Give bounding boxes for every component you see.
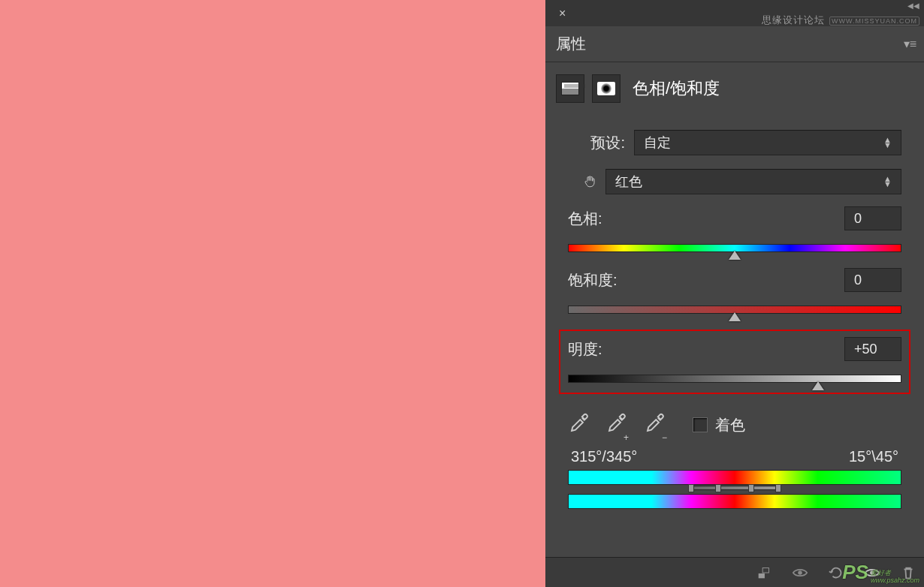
range-right-text: 15°\45° bbox=[849, 448, 898, 465]
adjustment-name: 色相/饱和度 bbox=[633, 77, 720, 100]
color-range-thumbs[interactable] bbox=[568, 485, 901, 492]
select-arrows-icon: ▲▼ bbox=[883, 137, 892, 148]
hue-label: 色相: bbox=[568, 209, 602, 229]
color-range-text: 315°/345° 15°\45° bbox=[568, 445, 901, 470]
lightness-slider[interactable] bbox=[568, 372, 901, 385]
controls-area: 预设: 自定 ▲▼ 红色 ▲▼ 色相: 0 bbox=[545, 110, 924, 509]
adjustment-title-row: 色相/饱和度 bbox=[545, 62, 924, 110]
preset-value: 自定 bbox=[644, 134, 671, 152]
panel-title: 属性 bbox=[556, 34, 586, 54]
svg-rect-1 bbox=[762, 567, 768, 572]
properties-panel: × ◀◀ 思缘设计论坛 WWW.MISSYUAN.COM 属性 ▾≡ 色相/饱和… bbox=[545, 0, 924, 587]
preset-row: 预设: 自定 ▲▼ bbox=[568, 128, 901, 157]
hue-slider-block: 色相: 0 bbox=[568, 206, 901, 254]
channel-row: 红色 ▲▼ bbox=[568, 167, 901, 196]
colorize-checkbox-wrap[interactable]: 着色 bbox=[693, 415, 745, 435]
collapse-icon[interactable]: ◀◀ bbox=[907, 2, 919, 10]
lightness-value-input[interactable]: +50 bbox=[844, 337, 901, 361]
range-thumb-2[interactable] bbox=[715, 484, 721, 492]
eyedropper-icon[interactable] bbox=[568, 412, 590, 438]
channel-value: 红色 bbox=[615, 173, 642, 191]
scrubby-hand-icon[interactable] bbox=[568, 170, 596, 194]
hue-value-input[interactable]: 0 bbox=[844, 206, 901, 230]
saturation-slider-block: 饱和度: 0 bbox=[568, 268, 901, 316]
colorize-checkbox[interactable] bbox=[693, 417, 708, 432]
hue-slider[interactable] bbox=[568, 241, 901, 254]
lightness-label: 明度: bbox=[568, 339, 602, 360]
color-range-strip-bottom[interactable] bbox=[568, 494, 901, 509]
lightness-thumb[interactable] bbox=[812, 381, 824, 390]
watermark-bottom: PS 爱好者www.psahz.com bbox=[842, 561, 919, 584]
view-previous-icon[interactable] bbox=[792, 564, 808, 581]
panel-tab-row: × ◀◀ 思缘设计论坛 WWW.MISSYUAN.COM bbox=[545, 0, 924, 26]
range-left-text: 315°/345° bbox=[571, 448, 637, 465]
preset-select[interactable]: 自定 ▲▼ bbox=[634, 130, 901, 155]
svg-point-2 bbox=[798, 570, 802, 575]
watermark-top: 思缘设计论坛 WWW.MISSYUAN.COM bbox=[762, 14, 919, 27]
eyedropper-row: + − 着色 bbox=[568, 402, 901, 445]
eyedropper-plus-icon[interactable]: + bbox=[605, 412, 629, 438]
eyedropper-minus-icon[interactable]: − bbox=[644, 412, 667, 438]
lightness-highlight: 明度: +50 bbox=[559, 330, 910, 394]
panel-menu-icon[interactable]: ▾≡ bbox=[904, 37, 916, 51]
close-icon[interactable]: × bbox=[553, 4, 572, 23]
select-arrows-icon: ▲▼ bbox=[883, 176, 892, 187]
range-thumb-4[interactable] bbox=[775, 484, 781, 492]
saturation-thumb[interactable] bbox=[729, 312, 741, 321]
color-range-strip-top[interactable] bbox=[568, 470, 901, 485]
panel-header: 属性 ▾≡ bbox=[545, 26, 924, 62]
colorize-label: 着色 bbox=[715, 415, 745, 435]
clip-to-layer-icon[interactable] bbox=[756, 564, 772, 581]
adjustment-icon[interactable] bbox=[556, 74, 584, 103]
saturation-label: 饱和度: bbox=[568, 270, 618, 290]
canvas-preview bbox=[0, 0, 545, 587]
preset-label: 预设: bbox=[568, 133, 625, 153]
svg-rect-0 bbox=[759, 573, 765, 577]
range-thumb-3[interactable] bbox=[748, 484, 754, 492]
saturation-value-input[interactable]: 0 bbox=[844, 268, 901, 292]
hue-thumb[interactable] bbox=[729, 251, 741, 260]
lightness-slider-block: 明度: +50 bbox=[568, 337, 901, 385]
mask-icon[interactable] bbox=[592, 74, 621, 103]
range-thumb-1[interactable] bbox=[688, 484, 694, 492]
saturation-slider[interactable] bbox=[568, 303, 901, 316]
channel-select[interactable]: 红色 ▲▼ bbox=[605, 169, 901, 194]
range-bar[interactable] bbox=[691, 486, 778, 490]
